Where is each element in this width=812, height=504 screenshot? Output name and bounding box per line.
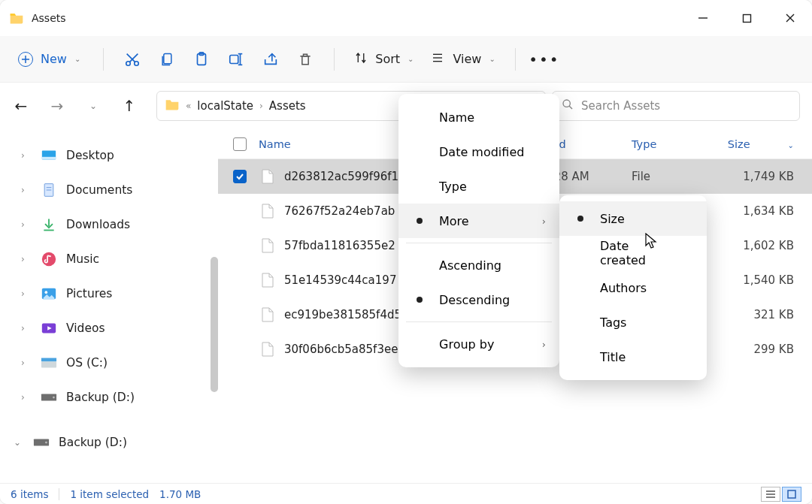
minimize-button[interactable] (681, 0, 725, 36)
sidebar-item-os-c[interactable]: ›OS (C:) (5, 346, 214, 380)
paste-button[interactable] (185, 44, 218, 74)
desktop-icon (41, 147, 57, 164)
menu-item-size[interactable]: Size (559, 201, 707, 236)
chevron-down-icon: ⌄ (14, 437, 24, 448)
chevron-right-icon: › (21, 219, 32, 230)
sort-button[interactable]: Sort ⌄ (347, 44, 421, 74)
chevron-right-icon: › (21, 254, 32, 264)
sidebar-item-pictures[interactable]: ›Pictures (5, 276, 214, 311)
menu-item-type[interactable]: Type (398, 169, 559, 204)
sidebar-item-label: Pictures (66, 287, 112, 300)
rename-button[interactable] (220, 44, 253, 74)
col-size[interactable]: Size⌄ (722, 138, 812, 150)
chevron-right-icon: › (21, 185, 32, 195)
sidebar-item-label: Documents (66, 183, 132, 197)
breadcrumb-seg[interactable]: Assets (269, 99, 306, 113)
file-size: 321 KB (722, 308, 812, 321)
view-label: View (453, 52, 481, 66)
search-input[interactable]: Search Assets (552, 91, 800, 121)
svg-rect-43 (788, 490, 795, 498)
videos-icon (41, 320, 57, 337)
sidebar-item-downloads[interactable]: ›Downloads (5, 207, 214, 242)
plus-icon (18, 52, 33, 67)
recent-button[interactable]: ⌄ (84, 101, 102, 111)
delete-button[interactable] (289, 44, 322, 74)
sidebar-item-music[interactable]: ›Music (5, 242, 214, 276)
sidebar-item-documents[interactable]: ›Documents (5, 173, 214, 207)
cut-button[interactable] (116, 44, 149, 74)
menu-item-group-by[interactable]: Group by› (398, 327, 559, 361)
file-size: 1,602 KB (722, 239, 812, 252)
col-type[interactable]: Type (632, 138, 722, 150)
file-icon (262, 307, 277, 322)
breadcrumb-seg[interactable]: localState (197, 99, 253, 113)
close-button[interactable] (768, 0, 812, 36)
separator (334, 48, 335, 71)
separator (406, 321, 552, 322)
copy-button[interactable] (150, 44, 183, 74)
up-button[interactable]: ↑ (120, 97, 138, 115)
svg-line-22 (569, 106, 572, 109)
separator (103, 48, 104, 71)
file-icon (262, 169, 277, 184)
drive-icon (33, 434, 50, 451)
menu-item-ascending[interactable]: Ascending (398, 248, 559, 282)
menu-item-tags[interactable]: Tags (559, 305, 707, 340)
forward-button[interactable]: → (48, 97, 66, 115)
file-type: File (632, 170, 722, 183)
menu-item-authors[interactable]: Authors (559, 270, 707, 305)
svg-rect-13 (230, 55, 238, 63)
scrollbar-thumb[interactable] (211, 257, 218, 392)
nav-buttons: ← → ⌄ ↑ (12, 97, 138, 115)
sort-more-submenu: Size Date created Authors Tags Title (559, 195, 707, 380)
row-checkbox[interactable] (233, 170, 247, 183)
back-button[interactable]: ← (12, 97, 30, 115)
details-view-toggle[interactable] (761, 487, 780, 502)
more-button[interactable]: ••• (528, 44, 561, 74)
file-icon (262, 238, 277, 253)
view-button[interactable]: View ⌄ (423, 44, 502, 74)
share-button[interactable] (254, 44, 287, 74)
drive-icon (41, 355, 57, 371)
documents-icon (41, 182, 57, 198)
menu-item-more[interactable]: More› (398, 204, 559, 238)
file-icon (262, 204, 277, 219)
maximize-button[interactable] (725, 0, 768, 36)
sidebar-item-label: Videos (66, 321, 105, 335)
new-button[interactable]: New ⌄ (8, 44, 91, 74)
drive-icon (41, 389, 57, 406)
select-all-checkbox[interactable] (233, 137, 247, 151)
chevron-right-icon: › (21, 150, 32, 161)
svg-point-37 (53, 397, 55, 399)
svg-point-30 (42, 252, 56, 266)
sidebar-item-desktop[interactable]: ›Desktop (5, 138, 214, 173)
menu-item-date-created[interactable]: Date created (559, 236, 707, 270)
svg-point-21 (563, 100, 570, 107)
cursor-icon (645, 233, 659, 252)
folder-icon (165, 97, 180, 115)
status-count: 6 items (11, 488, 48, 500)
menu-item-descending[interactable]: Descending (398, 282, 559, 317)
svg-rect-35 (41, 358, 56, 362)
chevron-down-icon: ⌄ (408, 55, 414, 63)
view-toggle (761, 487, 801, 502)
sort-label: Sort (375, 52, 400, 66)
bullet-icon (577, 216, 583, 222)
menu-item-name[interactable]: Name (398, 100, 559, 134)
breadcrumb-prefix: « (186, 101, 191, 111)
sidebar-item-label: Desktop (66, 149, 114, 162)
toolbar: New ⌄ Sort ⌄ View ⌄ ••• (0, 36, 812, 83)
file-size: 299 KB (722, 343, 812, 356)
sidebar-item-videos[interactable]: ›Videos (5, 311, 214, 346)
thumbnails-view-toggle[interactable] (782, 487, 801, 502)
menu-item-title[interactable]: Title (559, 340, 707, 374)
svg-point-39 (45, 442, 47, 444)
sidebar-item-backup-d-group[interactable]: ⌄Backup (D:) (5, 425, 214, 460)
chevron-right-icon: › (542, 216, 546, 227)
sort-menu: Name Date modified Type More› Ascending … (398, 94, 559, 367)
separator (515, 48, 516, 71)
sidebar: ›Desktop ›Documents ›Downloads ›Music ›P… (0, 129, 218, 483)
chevron-right-icon: › (542, 339, 546, 350)
sidebar-item-backup-d[interactable]: ›Backup (D:) (5, 380, 214, 415)
menu-item-date-modified[interactable]: Date modified (398, 134, 559, 169)
